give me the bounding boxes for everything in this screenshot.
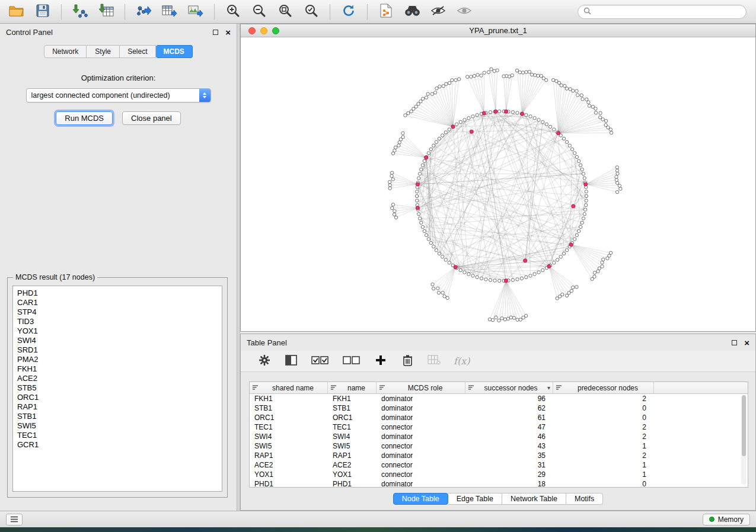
mcds-result-item[interactable]: TID3 xyxy=(13,317,222,326)
cell-name: SWI4 xyxy=(328,432,377,441)
main-toolbar xyxy=(0,0,756,24)
sort-icon xyxy=(468,384,474,392)
mcds-result-item[interactable]: PMA2 xyxy=(13,355,222,364)
cell-predecessor-nodes: 2 xyxy=(553,432,654,441)
mcds-result-item[interactable]: GCR1 xyxy=(13,440,222,450)
import-table-button[interactable] xyxy=(95,2,117,21)
close-panel-icon[interactable]: × xyxy=(744,338,749,347)
mcds-result-item[interactable]: STB5 xyxy=(13,383,222,393)
tab-style[interactable]: Style xyxy=(87,45,120,58)
deselect-all-button[interactable] xyxy=(342,354,361,368)
criterion-dropdown[interactable]: largest connected component (undirected) xyxy=(26,88,211,102)
mcds-result-item[interactable]: TEC1 xyxy=(13,431,222,440)
plus-icon xyxy=(375,355,386,368)
mcds-result-item[interactable]: RAP1 xyxy=(13,402,222,412)
column-header-mcds-role[interactable]: MCDS role xyxy=(377,382,465,393)
table-row[interactable]: YOX1YOX1connector291 xyxy=(250,470,748,479)
document-share-button[interactable] xyxy=(375,2,397,21)
mcds-result-item[interactable]: SWI5 xyxy=(13,421,222,431)
hide-details-button[interactable] xyxy=(428,2,449,21)
close-panel-button[interactable]: Close panel xyxy=(122,111,181,125)
mcds-result-item[interactable]: ACE2 xyxy=(13,374,222,383)
float-panel-icon[interactable] xyxy=(732,340,737,345)
control-panel-header: Control Panel × xyxy=(0,24,237,40)
table-row[interactable]: FKH1FKH1dominator962 xyxy=(250,394,748,403)
zoom-selected-button[interactable] xyxy=(301,2,322,21)
cell-predecessor-nodes: 2 xyxy=(553,422,654,432)
mcds-result-item[interactable]: FKH1 xyxy=(13,364,222,374)
mcds-result-item[interactable]: STP4 xyxy=(13,307,222,317)
column-header-predecessor-nodes[interactable]: predecessor nodes xyxy=(553,382,654,393)
cell-mcds-role: connector xyxy=(377,422,465,432)
mcds-result-item[interactable]: CAR1 xyxy=(13,298,222,307)
tab-network[interactable]: Network xyxy=(44,45,87,58)
table-disabled-icon xyxy=(428,355,441,367)
tab-select[interactable]: Select xyxy=(120,45,155,58)
export-table-button[interactable] xyxy=(159,2,180,21)
delete-column-button[interactable] xyxy=(400,354,414,368)
close-panel-icon[interactable]: × xyxy=(225,28,231,37)
table-row[interactable]: STB1STB1dominator620 xyxy=(250,403,748,413)
table-row[interactable]: TEC1TEC1connector472 xyxy=(250,422,748,432)
memory-button[interactable]: Memory xyxy=(703,514,750,525)
mcds-result-item[interactable]: SRD1 xyxy=(13,345,222,355)
float-panel-icon[interactable] xyxy=(213,30,218,35)
column-header-name[interactable]: name xyxy=(328,382,377,393)
tab-network-table[interactable]: Network Table xyxy=(502,493,566,505)
zoom-in-icon xyxy=(226,4,240,20)
refresh-button[interactable] xyxy=(338,2,359,21)
zoom-in-button[interactable] xyxy=(222,2,244,21)
table-row[interactable]: RAP1RAP1dominator352 xyxy=(250,451,748,460)
cell-predecessor-nodes: 1 xyxy=(553,460,654,470)
toolbar-separator xyxy=(214,4,215,20)
export-image-button[interactable] xyxy=(185,2,206,21)
export-table-icon xyxy=(162,4,177,20)
zoom-fit-button[interactable] xyxy=(275,2,296,21)
table-settings-button[interactable] xyxy=(257,354,272,368)
zoom-out-button[interactable] xyxy=(248,2,270,21)
run-mcds-button[interactable]: Run MCDS xyxy=(56,111,113,125)
cell-name: FKH1 xyxy=(328,394,377,403)
mcds-result-title: MCDS result (17 nodes) xyxy=(13,273,97,281)
tab-node-table[interactable]: Node Table xyxy=(393,493,448,505)
table-scrollbar[interactable] xyxy=(741,395,747,485)
add-column-button[interactable] xyxy=(374,354,388,368)
cell-mcds-role: dominator xyxy=(377,403,465,413)
mcds-result-item[interactable]: SWI4 xyxy=(13,336,222,345)
save-session-button[interactable] xyxy=(32,2,53,21)
table-row[interactable]: PHD1PHD1dominator180 xyxy=(250,479,748,488)
document-share-icon xyxy=(379,4,393,20)
mcds-result-item[interactable]: PHD1 xyxy=(13,289,222,298)
mcds-result-item[interactable]: YOX1 xyxy=(13,326,222,336)
column-header-successor-nodes[interactable]: successor nodes▾ xyxy=(465,382,553,393)
cell-mcds-role: connector xyxy=(377,460,465,470)
tab-motifs[interactable]: Motifs xyxy=(566,493,603,505)
table-row[interactable]: ORC1ORC1dominator610 xyxy=(250,413,748,422)
scrollbar-thumb[interactable] xyxy=(742,395,746,456)
table-row[interactable]: SWI5SWI5connector431 xyxy=(250,441,748,451)
mcds-result-item[interactable]: STB1 xyxy=(13,412,222,421)
cell-predecessor-nodes: 1 xyxy=(553,470,654,479)
import-network-button[interactable] xyxy=(69,2,91,21)
column-header-shared-name[interactable]: shared name xyxy=(250,382,328,393)
show-columns-button[interactable] xyxy=(284,354,298,368)
export-network-button[interactable] xyxy=(133,2,154,21)
table-row[interactable]: ACE2ACE2connector311 xyxy=(250,460,748,470)
select-all-button[interactable] xyxy=(311,354,330,368)
cell-predecessor-nodes: 1 xyxy=(553,441,654,451)
refresh-icon xyxy=(342,4,356,20)
search-box xyxy=(578,5,747,19)
chevron-down-icon[interactable]: ▾ xyxy=(547,384,550,391)
column-header-label: MCDS role xyxy=(388,384,462,392)
tab-edge-table[interactable]: Edge Table xyxy=(448,493,502,505)
panel-list-button[interactable] xyxy=(6,514,23,525)
tab-mcds[interactable]: MCDS xyxy=(156,45,193,58)
mcds-result-item[interactable]: ORC1 xyxy=(13,393,222,402)
find-button[interactable] xyxy=(401,2,423,21)
table-row[interactable]: SWI4SWI4dominator462 xyxy=(250,432,748,441)
table-panel-title: Table Panel xyxy=(247,338,287,347)
show-details-button[interactable] xyxy=(454,2,475,21)
search-input[interactable] xyxy=(595,8,741,16)
open-session-button[interactable] xyxy=(6,2,27,21)
network-view-canvas[interactable] xyxy=(241,37,755,331)
